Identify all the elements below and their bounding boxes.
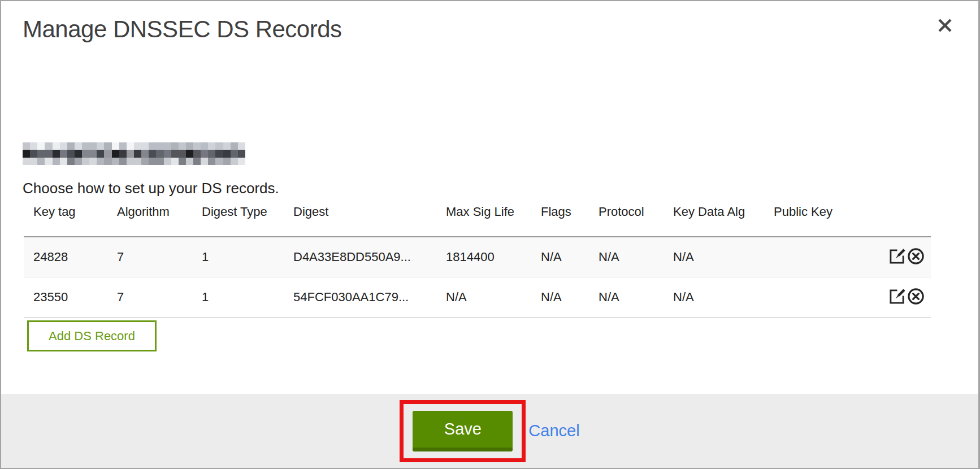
mosaic-pixel xyxy=(164,150,171,157)
col-header-actions xyxy=(883,205,931,237)
mosaic-pixel xyxy=(53,150,60,157)
mosaic-pixel xyxy=(238,158,245,165)
mosaic-pixel xyxy=(23,150,30,157)
mosaic-pixel xyxy=(164,142,171,150)
cancel-link[interactable]: Cancel xyxy=(528,422,579,440)
mosaic-pixel xyxy=(67,150,75,157)
mosaic-pixel xyxy=(60,150,67,157)
col-header-public-key: Public Key xyxy=(764,205,883,237)
mosaic-pixel xyxy=(67,142,75,150)
mosaic-pixel xyxy=(231,158,238,165)
close-button[interactable] xyxy=(935,16,955,35)
mosaic-pixel xyxy=(37,158,45,165)
domain-name-redacted xyxy=(23,142,245,165)
mosaic-pixel xyxy=(30,150,37,157)
delete-record-button[interactable] xyxy=(907,247,925,267)
mosaic-pixel xyxy=(179,158,186,165)
mosaic-pixel xyxy=(30,158,37,165)
mosaic-pixel xyxy=(67,158,75,165)
mosaic-pixel xyxy=(82,150,89,157)
mosaic-pixel xyxy=(201,150,208,157)
cell-actions xyxy=(883,277,931,318)
manage-dnssec-dialog: Manage DNSSEC DS Records Choose how to s… xyxy=(0,0,980,469)
cell-key-tag: 23550 xyxy=(24,277,107,318)
mosaic-pixel xyxy=(134,150,141,157)
cell-digest: 54FCF030AA1C79... xyxy=(284,277,436,318)
delete-record-button[interactable] xyxy=(907,288,925,307)
mosaic-pixel xyxy=(238,150,245,157)
cell-flags: N/A xyxy=(531,277,589,318)
col-header-flags: Flags xyxy=(531,205,589,237)
mosaic-pixel xyxy=(201,142,208,150)
cell-actions xyxy=(883,237,931,277)
mosaic-pixel xyxy=(186,142,193,150)
mosaic-pixel xyxy=(141,150,149,157)
mosaic-pixel xyxy=(23,142,30,150)
col-header-key-tag: Key tag xyxy=(24,205,107,237)
mosaic-pixel xyxy=(215,142,223,150)
col-header-algorithm: Algorithm xyxy=(107,205,192,237)
mosaic-pixel xyxy=(208,150,215,157)
mosaic-pixel xyxy=(134,142,141,150)
mosaic-pixel xyxy=(156,158,163,165)
edit-pencil-square-icon xyxy=(888,247,906,265)
edit-record-button[interactable] xyxy=(888,247,907,267)
cell-key-tag: 24828 xyxy=(24,237,107,277)
edit-record-button[interactable] xyxy=(888,288,907,307)
mosaic-pixel xyxy=(141,142,149,150)
cell-digest-type: 1 xyxy=(192,277,284,318)
mosaic-pixel xyxy=(45,142,52,150)
mosaic-pixel xyxy=(37,142,45,150)
mosaic-pixel xyxy=(127,158,134,165)
table-row: 24828 7 1 D4A33E8DD550A9... 1814400 N/A … xyxy=(24,237,931,277)
mosaic-pixel xyxy=(223,150,231,157)
mosaic-pixel xyxy=(45,158,52,165)
mosaic-pixel xyxy=(104,150,111,157)
ds-records-table: Key tag Algorithm Digest Type Digest Max… xyxy=(24,205,931,318)
mosaic-pixel xyxy=(75,150,82,157)
mosaic-pixel xyxy=(97,150,104,157)
mosaic-pixel xyxy=(171,150,179,157)
mosaic-pixel xyxy=(104,158,111,165)
mosaic-pixel xyxy=(134,158,141,165)
mosaic-pixel xyxy=(23,158,30,165)
mosaic-pixel xyxy=(53,142,60,150)
mosaic-pixel xyxy=(208,142,215,150)
table-row: 23550 7 1 54FCF030AA1C79... N/A N/A N/A … xyxy=(24,277,931,318)
close-icon xyxy=(935,16,955,35)
mosaic-pixel xyxy=(89,158,97,165)
cell-protocol: N/A xyxy=(589,237,664,277)
mosaic-pixel xyxy=(53,158,60,165)
mosaic-pixel xyxy=(75,142,82,150)
mosaic-pixel xyxy=(119,142,127,150)
mosaic-pixel xyxy=(75,158,82,165)
dialog-title: Manage DNSSEC DS Records xyxy=(23,16,342,43)
mosaic-pixel xyxy=(171,158,179,165)
add-ds-record-button[interactable]: Add DS Record xyxy=(27,320,157,351)
mosaic-pixel xyxy=(119,158,127,165)
cell-protocol: N/A xyxy=(589,277,664,318)
delete-circle-x-icon xyxy=(907,247,925,265)
mosaic-pixel xyxy=(193,142,201,150)
mosaic-pixel xyxy=(82,142,89,150)
mosaic-pixel xyxy=(112,142,119,150)
cell-max-sig-life: 1814400 xyxy=(436,237,531,277)
mosaic-pixel xyxy=(179,142,186,150)
mosaic-pixel xyxy=(231,142,238,150)
save-button[interactable]: Save xyxy=(413,411,513,451)
mosaic-pixel xyxy=(186,150,193,157)
mosaic-pixel xyxy=(223,142,231,150)
cell-key-data-alg: N/A xyxy=(664,237,764,277)
mosaic-pixel xyxy=(215,158,223,165)
col-header-max-sig-life: Max Sig Life xyxy=(436,205,531,237)
mosaic-pixel xyxy=(193,158,201,165)
mosaic-pixel xyxy=(60,142,67,150)
cell-digest: D4A33E8DD550A9... xyxy=(284,237,436,277)
mosaic-pixel xyxy=(215,150,223,157)
mosaic-pixel xyxy=(45,150,52,157)
mosaic-pixel xyxy=(193,150,201,157)
mosaic-pixel xyxy=(119,150,127,157)
col-header-key-data-alg: Key Data Alg xyxy=(664,205,764,237)
cell-algorithm: 7 xyxy=(107,277,192,318)
col-header-protocol: Protocol xyxy=(589,205,664,237)
